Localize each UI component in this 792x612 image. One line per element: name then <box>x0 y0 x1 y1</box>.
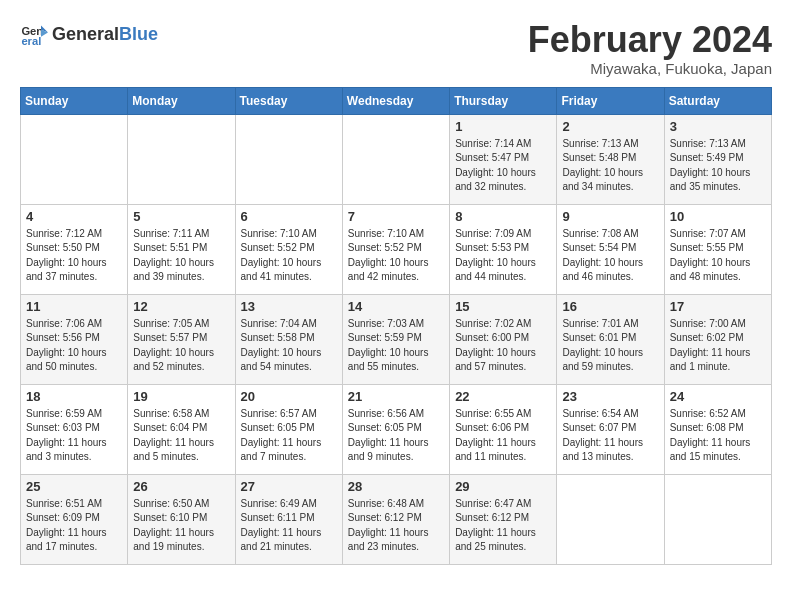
calendar-cell: 9Sunrise: 7:08 AMSunset: 5:54 PMDaylight… <box>557 204 664 294</box>
day-info: Sunrise: 7:14 AMSunset: 5:47 PMDaylight:… <box>455 137 551 195</box>
day-number: 29 <box>455 479 551 494</box>
day-info: Sunrise: 6:54 AMSunset: 6:07 PMDaylight:… <box>562 407 658 465</box>
weekday-header-saturday: Saturday <box>664 87 771 114</box>
calendar-cell: 1Sunrise: 7:14 AMSunset: 5:47 PMDaylight… <box>450 114 557 204</box>
calendar-cell <box>21 114 128 204</box>
day-number: 23 <box>562 389 658 404</box>
weekday-header-sunday: Sunday <box>21 87 128 114</box>
calendar-cell <box>557 474 664 564</box>
calendar-cell: 12Sunrise: 7:05 AMSunset: 5:57 PMDayligh… <box>128 294 235 384</box>
day-number: 5 <box>133 209 229 224</box>
calendar-cell: 10Sunrise: 7:07 AMSunset: 5:55 PMDayligh… <box>664 204 771 294</box>
svg-text:eral: eral <box>21 35 41 47</box>
day-info: Sunrise: 6:59 AMSunset: 6:03 PMDaylight:… <box>26 407 122 465</box>
calendar-cell: 22Sunrise: 6:55 AMSunset: 6:06 PMDayligh… <box>450 384 557 474</box>
day-number: 18 <box>26 389 122 404</box>
day-number: 2 <box>562 119 658 134</box>
day-number: 1 <box>455 119 551 134</box>
calendar-cell: 16Sunrise: 7:01 AMSunset: 6:01 PMDayligh… <box>557 294 664 384</box>
calendar-cell: 18Sunrise: 6:59 AMSunset: 6:03 PMDayligh… <box>21 384 128 474</box>
day-number: 25 <box>26 479 122 494</box>
day-number: 20 <box>241 389 337 404</box>
day-number: 10 <box>670 209 766 224</box>
day-number: 6 <box>241 209 337 224</box>
page-header: Gen eral GeneralBlue February 2024 Miyaw… <box>20 20 772 77</box>
day-number: 15 <box>455 299 551 314</box>
day-info: Sunrise: 7:02 AMSunset: 6:00 PMDaylight:… <box>455 317 551 375</box>
weekday-header-thursday: Thursday <box>450 87 557 114</box>
day-info: Sunrise: 7:13 AMSunset: 5:49 PMDaylight:… <box>670 137 766 195</box>
day-info: Sunrise: 7:12 AMSunset: 5:50 PMDaylight:… <box>26 227 122 285</box>
weekday-header-wednesday: Wednesday <box>342 87 449 114</box>
day-number: 21 <box>348 389 444 404</box>
day-number: 3 <box>670 119 766 134</box>
day-number: 16 <box>562 299 658 314</box>
calendar-cell: 11Sunrise: 7:06 AMSunset: 5:56 PMDayligh… <box>21 294 128 384</box>
day-number: 22 <box>455 389 551 404</box>
calendar-cell: 3Sunrise: 7:13 AMSunset: 5:49 PMDaylight… <box>664 114 771 204</box>
day-number: 28 <box>348 479 444 494</box>
calendar-cell: 20Sunrise: 6:57 AMSunset: 6:05 PMDayligh… <box>235 384 342 474</box>
day-info: Sunrise: 6:50 AMSunset: 6:10 PMDaylight:… <box>133 497 229 555</box>
calendar-cell <box>664 474 771 564</box>
calendar-week-row: 18Sunrise: 6:59 AMSunset: 6:03 PMDayligh… <box>21 384 772 474</box>
day-info: Sunrise: 7:10 AMSunset: 5:52 PMDaylight:… <box>241 227 337 285</box>
calendar-cell: 21Sunrise: 6:56 AMSunset: 6:05 PMDayligh… <box>342 384 449 474</box>
title-block: February 2024 Miyawaka, Fukuoka, Japan <box>528 20 772 77</box>
weekday-header-tuesday: Tuesday <box>235 87 342 114</box>
day-number: 24 <box>670 389 766 404</box>
calendar-cell: 4Sunrise: 7:12 AMSunset: 5:50 PMDaylight… <box>21 204 128 294</box>
weekday-header-row: SundayMondayTuesdayWednesdayThursdayFrid… <box>21 87 772 114</box>
calendar-cell <box>235 114 342 204</box>
calendar-cell: 13Sunrise: 7:04 AMSunset: 5:58 PMDayligh… <box>235 294 342 384</box>
day-info: Sunrise: 7:05 AMSunset: 5:57 PMDaylight:… <box>133 317 229 375</box>
day-info: Sunrise: 6:56 AMSunset: 6:05 PMDaylight:… <box>348 407 444 465</box>
calendar-cell: 28Sunrise: 6:48 AMSunset: 6:12 PMDayligh… <box>342 474 449 564</box>
day-info: Sunrise: 6:49 AMSunset: 6:11 PMDaylight:… <box>241 497 337 555</box>
logo-text-general: General <box>52 24 119 45</box>
calendar-cell: 7Sunrise: 7:10 AMSunset: 5:52 PMDaylight… <box>342 204 449 294</box>
day-number: 27 <box>241 479 337 494</box>
day-info: Sunrise: 6:48 AMSunset: 6:12 PMDaylight:… <box>348 497 444 555</box>
day-number: 19 <box>133 389 229 404</box>
calendar-cell: 14Sunrise: 7:03 AMSunset: 5:59 PMDayligh… <box>342 294 449 384</box>
logo-icon: Gen eral <box>20 20 48 48</box>
calendar-week-row: 4Sunrise: 7:12 AMSunset: 5:50 PMDaylight… <box>21 204 772 294</box>
day-number: 12 <box>133 299 229 314</box>
day-info: Sunrise: 7:03 AMSunset: 5:59 PMDaylight:… <box>348 317 444 375</box>
day-number: 14 <box>348 299 444 314</box>
day-number: 13 <box>241 299 337 314</box>
calendar-week-row: 1Sunrise: 7:14 AMSunset: 5:47 PMDaylight… <box>21 114 772 204</box>
day-info: Sunrise: 6:47 AMSunset: 6:12 PMDaylight:… <box>455 497 551 555</box>
calendar-cell: 17Sunrise: 7:00 AMSunset: 6:02 PMDayligh… <box>664 294 771 384</box>
day-info: Sunrise: 6:57 AMSunset: 6:05 PMDaylight:… <box>241 407 337 465</box>
day-info: Sunrise: 7:09 AMSunset: 5:53 PMDaylight:… <box>455 227 551 285</box>
calendar-cell: 15Sunrise: 7:02 AMSunset: 6:00 PMDayligh… <box>450 294 557 384</box>
day-info: Sunrise: 7:00 AMSunset: 6:02 PMDaylight:… <box>670 317 766 375</box>
calendar-cell: 23Sunrise: 6:54 AMSunset: 6:07 PMDayligh… <box>557 384 664 474</box>
day-number: 11 <box>26 299 122 314</box>
calendar-cell: 8Sunrise: 7:09 AMSunset: 5:53 PMDaylight… <box>450 204 557 294</box>
day-info: Sunrise: 7:13 AMSunset: 5:48 PMDaylight:… <box>562 137 658 195</box>
day-number: 9 <box>562 209 658 224</box>
weekday-header-friday: Friday <box>557 87 664 114</box>
logo-text-blue: Blue <box>119 24 158 45</box>
day-info: Sunrise: 7:10 AMSunset: 5:52 PMDaylight:… <box>348 227 444 285</box>
weekday-header-monday: Monday <box>128 87 235 114</box>
day-number: 4 <box>26 209 122 224</box>
day-info: Sunrise: 7:11 AMSunset: 5:51 PMDaylight:… <box>133 227 229 285</box>
calendar-cell: 5Sunrise: 7:11 AMSunset: 5:51 PMDaylight… <box>128 204 235 294</box>
calendar-cell: 24Sunrise: 6:52 AMSunset: 6:08 PMDayligh… <box>664 384 771 474</box>
month-title: February 2024 <box>528 20 772 60</box>
day-number: 7 <box>348 209 444 224</box>
calendar-cell: 19Sunrise: 6:58 AMSunset: 6:04 PMDayligh… <box>128 384 235 474</box>
day-number: 17 <box>670 299 766 314</box>
day-info: Sunrise: 7:01 AMSunset: 6:01 PMDaylight:… <box>562 317 658 375</box>
calendar-cell: 27Sunrise: 6:49 AMSunset: 6:11 PMDayligh… <box>235 474 342 564</box>
calendar-cell <box>342 114 449 204</box>
calendar-table: SundayMondayTuesdayWednesdayThursdayFrid… <box>20 87 772 565</box>
logo: Gen eral GeneralBlue <box>20 20 158 48</box>
day-info: Sunrise: 6:55 AMSunset: 6:06 PMDaylight:… <box>455 407 551 465</box>
calendar-cell: 25Sunrise: 6:51 AMSunset: 6:09 PMDayligh… <box>21 474 128 564</box>
day-info: Sunrise: 6:58 AMSunset: 6:04 PMDaylight:… <box>133 407 229 465</box>
